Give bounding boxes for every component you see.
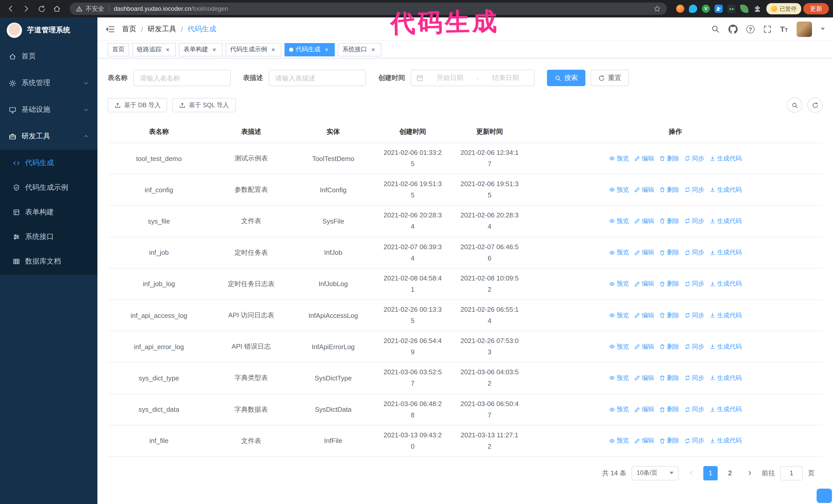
reset-button[interactable]: 重置 [591, 70, 629, 86]
delete-link[interactable]: 删除 [659, 154, 679, 163]
sidebar-item-home[interactable]: 首页 [0, 43, 97, 70]
fullscreen-icon[interactable] [763, 25, 771, 33]
goto-page-input[interactable] [780, 466, 803, 480]
delete-link[interactable]: 删除 [659, 248, 679, 257]
generate-code-link[interactable]: 生成代码 [710, 342, 742, 351]
preview-link[interactable]: 预览 [609, 342, 629, 351]
search-button[interactable]: 搜索 [547, 70, 586, 86]
sidebar-item-codegen-example[interactable]: 代码生成示例 [0, 175, 97, 200]
sidebar-item-infrastructure[interactable]: 基础设施 [0, 96, 97, 123]
sync-link[interactable]: 同步 [684, 248, 704, 257]
github-icon[interactable] [728, 24, 737, 33]
sync-link[interactable]: 同步 [684, 405, 704, 414]
date-range-picker[interactable]: 开始日期 - 结束日期 [411, 70, 535, 86]
sidebar-item-dev-tools[interactable]: 研发工具 [0, 123, 97, 150]
preview-link[interactable]: 预览 [609, 437, 629, 445]
browser-reload-button[interactable] [35, 2, 48, 16]
edit-link[interactable]: 编辑 [634, 248, 654, 257]
sync-link[interactable]: 同步 [684, 311, 704, 320]
edit-link[interactable]: 编辑 [634, 311, 654, 320]
preview-link[interactable]: 预览 [609, 217, 629, 225]
collapse-sidebar-icon[interactable] [105, 24, 115, 33]
sidebar-item-codegen[interactable]: 代码生成 [0, 151, 97, 175]
generate-code-link[interactable]: 生成代码 [710, 311, 742, 320]
search-icon[interactable] [711, 25, 719, 33]
generate-code-link[interactable]: 生成代码 [710, 374, 742, 383]
delete-link[interactable]: 删除 [659, 217, 679, 225]
sync-link[interactable]: 同步 [684, 154, 704, 163]
bookmark-star-icon[interactable] [653, 5, 661, 12]
font-size-icon[interactable]: TT [780, 25, 788, 33]
extension-icon-orange[interactable] [676, 5, 684, 13]
breadcrumb-dev-tools[interactable]: 研发工具 [148, 24, 176, 33]
preview-link[interactable]: 预览 [609, 311, 629, 320]
tab-codegen[interactable]: 代码生成× [285, 43, 335, 56]
edit-link[interactable]: 编辑 [634, 342, 654, 351]
generate-code-link[interactable]: 生成代码 [710, 154, 742, 163]
floating-widget[interactable] [816, 488, 832, 503]
generate-code-link[interactable]: 生成代码 [710, 405, 742, 414]
sync-link[interactable]: 同步 [684, 217, 704, 225]
generate-code-link[interactable]: 生成代码 [710, 280, 742, 288]
close-tab-icon[interactable]: × [270, 46, 277, 53]
extension-icon-people[interactable] [715, 5, 723, 13]
preview-link[interactable]: 预览 [609, 374, 629, 383]
delete-link[interactable]: 删除 [659, 342, 679, 351]
sync-link[interactable]: 同步 [684, 186, 704, 194]
sync-link[interactable]: 同步 [684, 280, 704, 288]
preview-link[interactable]: 预览 [609, 154, 629, 163]
date-end-placeholder[interactable]: 结束日期 [482, 73, 529, 82]
import-db-button[interactable]: 基于 DB 导入 [108, 98, 167, 112]
delete-link[interactable]: 删除 [659, 186, 679, 194]
extension-paused-badge[interactable]: 已暂停 [766, 3, 801, 14]
extension-icon-green-check[interactable]: V [702, 5, 710, 13]
sync-link[interactable]: 同步 [684, 437, 704, 445]
close-tab-icon[interactable]: × [370, 46, 377, 53]
delete-link[interactable]: 删除 [659, 280, 679, 288]
delete-link[interactable]: 删除 [659, 311, 679, 320]
page-size-select[interactable]: 10条/页 [632, 466, 679, 480]
sync-link[interactable]: 同步 [684, 342, 704, 351]
preview-link[interactable]: 预览 [609, 280, 629, 288]
browser-back-button[interactable] [4, 2, 18, 16]
preview-link[interactable]: 预览 [609, 405, 629, 414]
edit-link[interactable]: 编辑 [634, 217, 654, 225]
refresh-table-button[interactable] [807, 97, 823, 113]
browser-forward-button[interactable] [20, 2, 33, 16]
generate-code-link[interactable]: 生成代码 [710, 437, 742, 445]
generate-code-link[interactable]: 生成代码 [710, 186, 742, 194]
tab-form-builder[interactable]: 表单构建× [179, 43, 222, 56]
breadcrumb-home[interactable]: 首页 [122, 24, 136, 33]
help-icon[interactable]: ? [746, 25, 754, 33]
delete-link[interactable]: 删除 [659, 405, 679, 414]
sync-link[interactable]: 同步 [684, 374, 704, 383]
edit-link[interactable]: 编辑 [634, 280, 654, 288]
app-logo-row[interactable]: 芋道管理系统 [0, 18, 97, 43]
browser-update-button[interactable]: 更新 [803, 3, 829, 14]
page-button-1[interactable]: 1 [703, 466, 718, 480]
tab-system-api[interactable]: 系统接口× [338, 43, 381, 56]
sidebar-item-system-management[interactable]: 系统管理 [0, 70, 97, 96]
address-bar[interactable]: 不安全 dashboard.yudao.iocoder.cn/tool/code… [70, 3, 667, 15]
sidebar-item-system-api[interactable]: 系统接口 [0, 224, 97, 249]
close-tab-icon[interactable]: × [323, 46, 330, 53]
extension-icon-dark[interactable]: ●● [728, 5, 736, 13]
delete-link[interactable]: 删除 [659, 374, 679, 383]
tab-tracing[interactable]: 链路追踪× [132, 43, 176, 56]
user-avatar[interactable] [796, 21, 812, 37]
table-desc-input[interactable] [269, 70, 366, 86]
sidebar-item-db-doc[interactable]: 数据库文档 [0, 249, 97, 274]
preview-link[interactable]: 预览 [609, 248, 629, 257]
extensions-puzzle-icon[interactable] [753, 5, 761, 13]
tab-home[interactable]: 首页 [108, 43, 129, 56]
page-button-2[interactable]: 2 [723, 466, 737, 480]
avatar-caret-icon[interactable] [821, 28, 825, 30]
extension-icon-drop[interactable] [689, 5, 697, 13]
date-start-placeholder[interactable]: 开始日期 [427, 73, 474, 82]
preview-link[interactable]: 预览 [609, 186, 629, 194]
delete-link[interactable]: 删除 [659, 437, 679, 445]
browser-home-button[interactable] [50, 2, 64, 16]
import-sql-button[interactable]: 基于 SQL 导入 [172, 98, 236, 112]
next-page-button[interactable] [742, 466, 757, 480]
edit-link[interactable]: 编辑 [634, 154, 654, 163]
